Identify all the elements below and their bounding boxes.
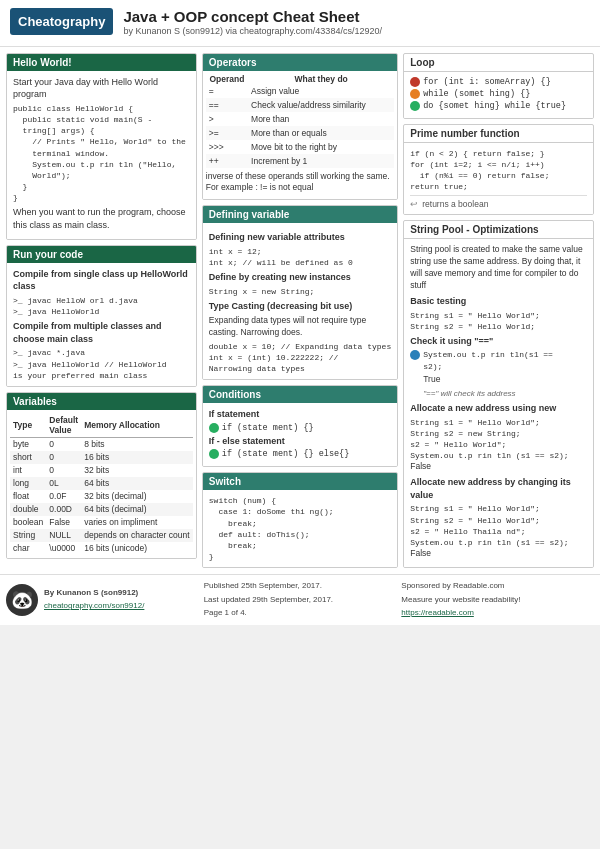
table-row: ++Increment by 1: [206, 154, 394, 168]
table-cell: ==: [206, 98, 248, 112]
sponsor-link[interactable]: https://readable.com: [401, 607, 594, 618]
table-cell: >: [206, 112, 248, 126]
operators-table: Operand What they do =Assign value==Chec…: [206, 74, 394, 168]
section-loop-body: for (int i: someArray) {} while (somet h…: [404, 72, 593, 118]
logo: Cheatography: [10, 8, 113, 35]
section-string-pool-body: String pool is created to make the same …: [404, 239, 593, 567]
section-switch-header: Switch: [203, 473, 397, 490]
footer-sponsor: Sponsored by Readable.com Measure your w…: [401, 580, 594, 620]
table-row: short016 bits: [10, 451, 193, 464]
defvar-subhead3: Type Casting (decreasing bit use): [209, 300, 391, 313]
ifelse-code: if (state ment) {} else{}: [222, 449, 350, 459]
table-cell: 0.0F: [46, 490, 81, 503]
defvar-code2: String x = new String;: [209, 286, 391, 297]
loop-bullet-1: [410, 77, 420, 87]
table-cell: NULL: [46, 529, 81, 542]
loop-bullet-2: [410, 89, 420, 99]
table-cell: int: [10, 464, 46, 477]
section-defining-variable: Defining variable Defining new variable …: [202, 205, 398, 380]
compile-single-code: >_ javac HelloW orl d.java >_ java Hello…: [13, 295, 190, 317]
table-row: long0L64 bits: [10, 477, 193, 490]
table-cell: 0: [46, 464, 81, 477]
section-conditions: Conditions If statement if (state ment) …: [202, 385, 398, 467]
defvar-code3: double x = 10; // Expanding data types i…: [209, 341, 391, 375]
table-cell: short: [10, 451, 46, 464]
ops-col-what: What they do: [248, 74, 394, 84]
table-cell: double: [10, 503, 46, 516]
comment-icon: ↩: [410, 199, 418, 209]
author-label: By Kunanon S (son9912): [44, 587, 144, 598]
table-cell: ++: [206, 154, 248, 168]
page-text: Page 1 of 4.: [204, 607, 397, 618]
defvar-subhead1: Defining new variable attributes: [209, 231, 391, 244]
author-info: By Kunanon S (son9912) cheatography.com/…: [44, 587, 144, 613]
string-pool-result4: False: [410, 548, 587, 560]
section-variables-header: Variables: [7, 393, 196, 410]
section-loop-header: Loop: [404, 54, 593, 72]
header-title: Java + OOP concept Cheat Sheet by Kunano…: [123, 8, 590, 40]
published-text: Published 25th September, 2017.: [204, 580, 397, 591]
string-pool-result3: False: [410, 461, 587, 473]
prime-returns: ↩ returns a boolean: [410, 199, 587, 209]
table-cell: More than: [248, 112, 394, 126]
string-pool-code3: String s1 = " Hello World"; String s2 = …: [410, 417, 587, 462]
table-row: StringNULLdepends on character count: [10, 529, 193, 542]
page-title: Java + OOP concept Cheat Sheet: [123, 8, 590, 25]
section-string-pool: String Pool - Optimizations String pool …: [403, 220, 594, 568]
table-cell: 16 bits: [81, 451, 193, 464]
hello-world-intro: Start your Java day with Hello World pro…: [13, 76, 190, 101]
section-hello-world-body: Start your Java day with Hello World pro…: [7, 71, 196, 239]
section-operators: Operators Operand What they do =Assign v…: [202, 53, 398, 201]
author-link[interactable]: cheatography.com/son9912/: [44, 600, 144, 611]
page: Cheatography Java + OOP concept Cheat Sh…: [0, 0, 600, 625]
var-col-default: DefaultValue: [46, 413, 81, 438]
loop-code-3: do {somet hing} while {true}: [423, 101, 566, 111]
table-row: >=More than or equals: [206, 126, 394, 140]
table-cell: 32 bits: [81, 464, 193, 477]
hello-world-code: public class HelloWorld { public static …: [13, 103, 190, 204]
section-run-code: Run your code Compile from single class …: [6, 245, 197, 387]
table-cell: Check value/address similarity: [248, 98, 394, 112]
sponsor-text: Sponsored by Readable.com: [401, 580, 594, 591]
sponsor-desc: Measure your website readability!: [401, 594, 594, 605]
table-row: byte08 bits: [10, 437, 193, 451]
section-operators-body: Operand What they do =Assign value==Chec…: [203, 71, 397, 200]
var-col-type: Type: [10, 413, 46, 438]
header: Cheatography Java + OOP concept Cheat Sh…: [0, 0, 600, 47]
section-operators-header: Operators: [203, 54, 397, 71]
section-variables: Variables Type DefaultValue Memory Alloc…: [6, 392, 197, 559]
section-prime-number-header: Prime number function: [404, 125, 593, 143]
table-cell: False: [46, 516, 81, 529]
table-cell: More than or equals: [248, 126, 394, 140]
table-cell: >=: [206, 126, 248, 140]
ifelse-bullet: [209, 449, 219, 459]
table-cell: 16 bits (unicode): [81, 542, 193, 555]
table-cell: boolean: [10, 516, 46, 529]
table-cell: 0.00D: [46, 503, 81, 516]
ifelse-code-item: if (state ment) {} else{}: [209, 449, 391, 459]
table-row: ==Check value/address similarity: [206, 98, 394, 112]
string-pool-check-result: True: [423, 374, 587, 386]
table-row: int032 bits: [10, 464, 193, 477]
table-cell: byte: [10, 437, 46, 451]
section-conditions-body: If statement if (state ment) {} If - els…: [203, 403, 397, 466]
footer-author: 🐼 By Kunanon S (son9912) cheatography.co…: [6, 580, 199, 620]
section-prime-number-body: if (n < 2) { return false; } for (int i=…: [404, 143, 593, 215]
table-cell: 0L: [46, 477, 81, 490]
loop-code-2: while (somet hing) {}: [423, 89, 530, 99]
section-defining-variable-header: Defining variable: [203, 206, 397, 223]
table-row: char\u000016 bits (unicode): [10, 542, 193, 555]
table-cell: \u0000: [46, 542, 81, 555]
section-switch: Switch switch (num) { case 1: doSome thi…: [202, 472, 398, 568]
footer-published: Published 25th September, 2017. Last upd…: [204, 580, 397, 620]
loop-item-2: while (somet hing) {}: [410, 89, 587, 99]
section-defining-variable-body: Defining new variable attributes int x =…: [203, 223, 397, 379]
column-1: Hello World! Start your Java day with He…: [6, 53, 197, 569]
table-cell: depends on character count: [81, 529, 193, 542]
column-3: Loop for (int i: someArray) {} while (so…: [403, 53, 594, 569]
loop-bullet-3: [410, 101, 420, 111]
table-cell: 0: [46, 437, 81, 451]
loop-item-3: do {somet hing} while {true}: [410, 101, 587, 111]
prime-returns-text: returns a boolean: [422, 199, 488, 209]
table-cell: 32 bits (decimal): [81, 490, 193, 503]
